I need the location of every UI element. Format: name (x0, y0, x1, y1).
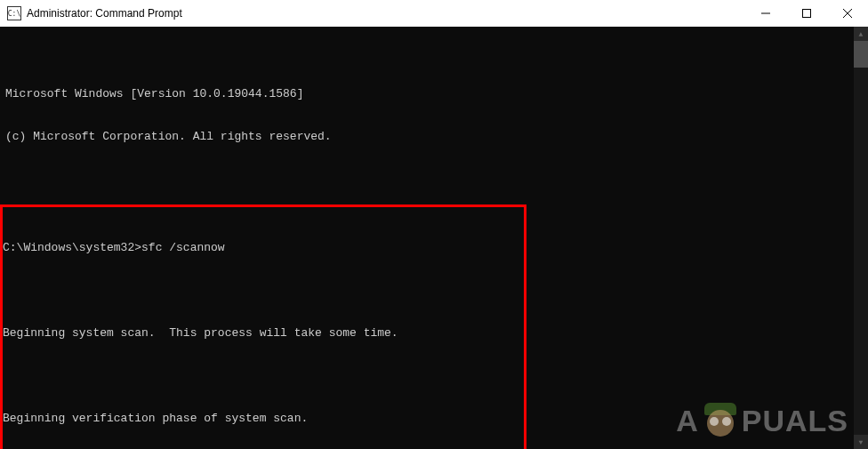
maximize-icon (802, 9, 811, 18)
highlight-annotation: C:\Windows\system32>sfc /scannow Beginni… (0, 204, 526, 449)
prompt-path: C:\Windows\system32> (3, 241, 141, 254)
copyright-line: (c) Microsoft Corporation. All rights re… (5, 130, 863, 144)
close-icon (843, 9, 852, 18)
watermark: A PUALS (676, 401, 848, 440)
minimize-icon (761, 9, 770, 18)
cmd-app-icon: C:\ (7, 6, 21, 20)
scroll-thumb[interactable] (854, 41, 868, 68)
version-line: Microsoft Windows [Version 10.0.19044.15… (5, 87, 863, 101)
window-title: Administrator: Command Prompt (27, 7, 182, 20)
output-line: Beginning system scan. This process will… (3, 326, 522, 341)
scroll-down-button[interactable]: ▼ (854, 435, 868, 449)
titlebar: C:\ Administrator: Command Prompt (0, 0, 868, 27)
scroll-up-button[interactable]: ▲ (854, 27, 868, 41)
output-line: Beginning verification phase of system s… (3, 412, 522, 426)
minimize-button[interactable] (745, 0, 786, 27)
watermark-text-left: A (676, 404, 699, 438)
maximize-button[interactable] (786, 0, 827, 27)
watermark-logo-icon (701, 401, 740, 440)
console-output[interactable]: Microsoft Windows [Version 10.0.19044.15… (0, 27, 868, 449)
svg-rect-1 (803, 10, 811, 18)
vertical-scrollbar[interactable]: ▲ ▼ (854, 27, 868, 449)
watermark-text-right: PUALS (742, 404, 848, 438)
prompt-line: C:\Windows\system32>sfc /scannow (3, 241, 522, 255)
close-button[interactable] (827, 0, 868, 27)
command-text: sfc /scannow (141, 241, 225, 254)
